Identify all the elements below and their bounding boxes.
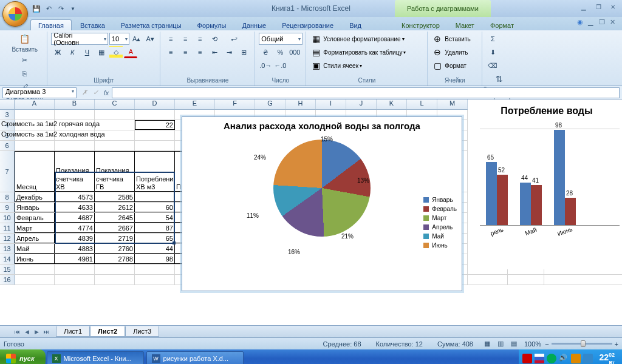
qat-dropdown-icon[interactable]: ▼ bbox=[68, 4, 78, 13]
cell[interactable] bbox=[95, 265, 135, 274]
percent-icon[interactable]: % bbox=[273, 46, 287, 58]
clear-icon[interactable]: ⌫ bbox=[486, 59, 499, 72]
cell[interactable] bbox=[95, 275, 135, 285]
inc-decimal-icon[interactable]: .0→ bbox=[259, 59, 272, 72]
cell[interactable]: Апрель bbox=[15, 234, 55, 243]
restore-icon[interactable]: ❐ bbox=[593, 2, 604, 11]
undo-icon[interactable]: ↶ bbox=[44, 4, 53, 13]
fx-icon[interactable]: fx bbox=[101, 89, 112, 96]
view-normal-icon[interactable]: ▦ bbox=[480, 338, 494, 350]
cell[interactable]: 65 bbox=[135, 234, 175, 243]
save-icon[interactable]: 💾 bbox=[32, 4, 41, 13]
currency-icon[interactable]: ₴ bbox=[259, 46, 272, 58]
cell[interactable]: Показания счетчика ХВ bbox=[55, 151, 95, 192]
row-header[interactable]: 3 bbox=[0, 110, 15, 120]
column-header[interactable]: D bbox=[135, 99, 175, 109]
worksheet-grid[interactable]: ABCDEFGHIJKLMNO 34Стоимость за 1м2 горяч… bbox=[0, 99, 622, 325]
indent-dec-icon[interactable]: ⇤ bbox=[208, 46, 221, 58]
row-header[interactable]: 15 bbox=[0, 265, 15, 274]
cell[interactable]: 4774 bbox=[55, 223, 95, 233]
cell[interactable]: 2760 bbox=[95, 244, 135, 254]
cell[interactable]: 4981 bbox=[55, 254, 95, 264]
orientation-icon[interactable]: ⟲ bbox=[208, 33, 221, 45]
align-top-icon[interactable]: ≡ bbox=[164, 33, 177, 45]
cell-styles-button[interactable]: ▣Стили ячеек▾ bbox=[310, 59, 423, 72]
sheet-tab[interactable]: Лист1 bbox=[56, 326, 90, 337]
cell[interactable]: 4687 bbox=[55, 213, 95, 223]
cell[interactable]: 4633 bbox=[55, 203, 95, 212]
row-header[interactable]: 7 bbox=[0, 151, 15, 192]
tab-formulas[interactable]: Формулы bbox=[190, 20, 234, 30]
tray-lang-icon[interactable] bbox=[535, 354, 544, 363]
accept-formula-icon[interactable]: ✓ bbox=[90, 89, 101, 96]
start-button[interactable]: пуск bbox=[0, 349, 46, 364]
column-header[interactable]: H bbox=[285, 99, 316, 109]
sheet-tab[interactable]: Лист3 bbox=[125, 326, 159, 337]
cell[interactable] bbox=[55, 275, 95, 285]
cancel-formula-icon[interactable]: ✗ bbox=[79, 89, 90, 96]
cell[interactable]: 54 bbox=[135, 213, 175, 223]
row-header[interactable]: 8 bbox=[0, 192, 15, 202]
tab-view[interactable]: Вид bbox=[342, 20, 369, 30]
font-size-combo[interactable]: 10 bbox=[109, 33, 129, 45]
office-button[interactable] bbox=[2, 1, 28, 27]
bold-icon[interactable]: Ж bbox=[51, 46, 64, 58]
cell[interactable]: Стоимость за 1м2 горячая вода bbox=[0, 120, 160, 127]
column-header[interactable]: L bbox=[407, 99, 437, 109]
row-header[interactable]: 11 bbox=[0, 223, 15, 233]
tray-icon[interactable] bbox=[583, 354, 593, 363]
column-header[interactable]: M bbox=[437, 99, 468, 109]
wb-minimize-icon[interactable]: ▁ bbox=[588, 18, 596, 26]
tab-review[interactable]: Рецензирование bbox=[275, 20, 341, 30]
cell[interactable]: 4839 bbox=[55, 234, 95, 243]
comma-icon[interactable]: 000 bbox=[288, 46, 301, 58]
taskbar-item[interactable]: W рисунки работа X.d... bbox=[146, 351, 244, 364]
cell[interactable] bbox=[95, 141, 135, 150]
cell[interactable]: 4573 bbox=[55, 192, 95, 202]
row-header[interactable]: 16 bbox=[0, 275, 15, 285]
embedded-pie-chart[interactable]: Анализ расхода холодной воды за полгода … bbox=[182, 116, 462, 291]
font-color-icon[interactable]: А bbox=[124, 46, 137, 58]
insert-cells-button[interactable]: ⊕Вставить bbox=[431, 33, 478, 45]
cut-icon[interactable]: ✂ bbox=[18, 54, 32, 66]
paste-button[interactable]: 📋 Вставить bbox=[12, 33, 38, 53]
column-header[interactable]: E bbox=[175, 99, 215, 109]
cell[interactable]: 4883 bbox=[55, 244, 95, 254]
zoom-slider[interactable]: − + bbox=[545, 340, 618, 348]
cell[interactable] bbox=[55, 110, 95, 120]
cell[interactable] bbox=[95, 110, 135, 120]
tab-insert[interactable]: Вставка bbox=[73, 20, 112, 30]
cell[interactable]: Месяц bbox=[15, 151, 55, 192]
cell[interactable] bbox=[135, 275, 175, 285]
align-bottom-icon[interactable]: ≡ bbox=[193, 33, 207, 45]
column-header[interactable]: G bbox=[255, 99, 285, 109]
tab-chart-layout[interactable]: Макет bbox=[448, 20, 482, 30]
cell[interactable]: 2788 bbox=[95, 254, 135, 264]
cell[interactable]: Стоимость за 1м2 холодная вода bbox=[0, 130, 160, 138]
sheet-nav-first-icon[interactable]: ⏮ bbox=[12, 329, 22, 335]
align-middle-icon[interactable]: ≡ bbox=[179, 33, 192, 45]
cell[interactable] bbox=[55, 141, 95, 150]
cell[interactable]: 2612 bbox=[95, 203, 135, 212]
indent-inc-icon[interactable]: ⇥ bbox=[222, 46, 236, 58]
cell[interactable]: Февраль bbox=[15, 213, 55, 223]
cell[interactable]: 2585 bbox=[95, 192, 135, 202]
cell[interactable] bbox=[135, 265, 175, 274]
cell[interactable] bbox=[508, 275, 544, 285]
cell[interactable]: Январь bbox=[15, 203, 55, 212]
tab-home[interactable]: Главная bbox=[30, 19, 72, 30]
cell[interactable]: Май bbox=[15, 244, 55, 254]
sheet-nav-last-icon[interactable]: ⏭ bbox=[41, 329, 51, 335]
formula-input[interactable] bbox=[112, 87, 620, 98]
select-all-button[interactable] bbox=[0, 99, 15, 109]
cell[interactable] bbox=[135, 192, 175, 202]
sheet-nav-next-icon[interactable]: ▶ bbox=[32, 329, 41, 335]
row-header[interactable]: 9 bbox=[0, 203, 15, 212]
cell[interactable]: 44 bbox=[135, 244, 175, 254]
column-header[interactable]: A bbox=[15, 99, 55, 109]
cell[interactable]: Июнь bbox=[15, 254, 55, 264]
tab-page-layout[interactable]: Разметка страницы bbox=[114, 20, 189, 30]
tray-icon[interactable] bbox=[522, 354, 532, 363]
cell[interactable] bbox=[468, 275, 508, 285]
help-icon[interactable]: ◉ bbox=[577, 18, 586, 26]
